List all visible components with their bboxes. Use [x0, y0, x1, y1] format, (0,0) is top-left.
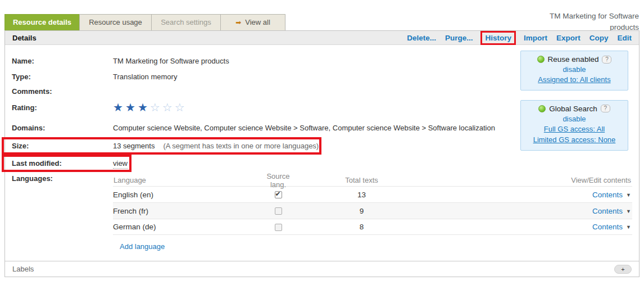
panel-action-disable[interactable]: disable — [523, 115, 625, 123]
panel-action-disable[interactable]: disable — [523, 65, 625, 74]
help-icon[interactable]: ? — [601, 105, 610, 112]
column-header-total-texts: Total texts — [298, 176, 425, 184]
panel-title: Reuse enabled? — [523, 55, 625, 64]
language-row-german-de: German (de)8Contents▼ — [113, 219, 632, 235]
action-edit[interactable]: Edit — [618, 34, 632, 42]
total-texts-value: 8 — [298, 223, 425, 231]
action-copy[interactable]: Copy — [589, 34, 609, 42]
field-label: Name: — [12, 56, 113, 66]
language-name: German (de) — [113, 223, 258, 231]
labels-heading: Labels — [12, 265, 34, 273]
field-note: (A segment has texts in one or more lang… — [163, 141, 319, 151]
panel-title-text: Reuse enabled — [548, 55, 599, 64]
column-header-source-lang: Source lang. — [258, 172, 298, 189]
star-empty-icon[interactable]: ☆ — [175, 101, 187, 114]
total-texts-value: 13 — [298, 191, 425, 199]
field-last-modified-highlighted: Last modified: view — [2, 155, 131, 172]
view-edit-cell: Contents▼ — [425, 191, 632, 199]
field-value: Computer science Website, Computer scien… — [113, 123, 495, 133]
rating-stars: ★★★☆☆☆ — [113, 103, 187, 114]
source-lang-cell — [258, 223, 298, 231]
tab-search-settings[interactable]: Search settings — [151, 14, 221, 31]
view-last-modified-link[interactable]: view — [113, 159, 128, 169]
panel-link-limited-gs-access-none[interactable]: Limited GS access: None — [523, 135, 625, 146]
green-status-icon — [538, 105, 546, 112]
chevron-down-icon[interactable]: ▼ — [626, 224, 631, 230]
field-label: Size: — [12, 141, 113, 151]
column-header-language: Language — [113, 176, 258, 184]
panel-link-full-gs-access-all[interactable]: Full GS access: All — [523, 124, 625, 135]
field-label: Domains: — [12, 123, 113, 133]
field-label: Languages: — [12, 174, 113, 235]
panel-reuse-enabled: Reuse enabled?disableAssigned to: All cl… — [520, 51, 628, 91]
action-history[interactable]: History — [480, 31, 516, 45]
panel-title-text: Global Search — [549, 105, 597, 113]
view-edit-cell: Contents▼ — [425, 207, 632, 215]
action-purge[interactable]: Purge... — [445, 34, 473, 42]
source-lang-checkbox[interactable] — [275, 191, 282, 198]
tab-resource-usage[interactable]: Resource usage — [79, 14, 152, 31]
tab-label: Resource usage — [89, 18, 142, 26]
field-size-highlighted: Size: 13 segments (A segment has texts i… — [2, 137, 321, 155]
panel-global-search: Global Search?disableFull GS access: All… — [520, 100, 628, 151]
details-header-bar: Details Delete...Purge...HistoryImportEx… — [5, 31, 639, 45]
view-edit-cell: Contents▼ — [425, 223, 632, 231]
action-delete[interactable]: Delete... — [407, 34, 436, 42]
source-lang-checkbox[interactable] — [275, 224, 282, 231]
arrow-right-icon: ➡ — [235, 19, 241, 26]
field-label: Last modified: — [12, 159, 113, 168]
tab-label: Resource details — [13, 18, 71, 26]
contents-link[interactable]: Contents — [592, 223, 623, 231]
source-lang-cell — [258, 191, 298, 199]
tab-resource-details[interactable]: Resource details — [4, 14, 80, 31]
total-texts-value: 9 — [298, 207, 425, 215]
side-panels: Reuse enabled?disableAssigned to: All cl… — [520, 51, 628, 151]
contents-link[interactable]: Contents — [592, 191, 623, 199]
star-empty-icon[interactable]: ☆ — [162, 101, 175, 114]
languages-table-body: English (en)13Contents▼French (fr)9Conte… — [113, 186, 632, 235]
languages-section: Languages: Language Source lang. Total t… — [12, 174, 632, 235]
language-name: French (fr) — [113, 207, 258, 215]
field-label: Type: — [12, 72, 113, 82]
tab-bar: Resource detailsResource usageSearch set… — [4, 14, 285, 31]
star-filled-icon[interactable]: ★ — [125, 101, 138, 114]
languages-table-header: Language Source lang. Total texts View/E… — [113, 174, 632, 186]
green-status-icon — [537, 56, 545, 63]
add-language-link[interactable]: Add language — [120, 242, 165, 251]
source-lang-checkbox[interactable] — [275, 207, 282, 215]
action-export[interactable]: Export — [556, 34, 580, 42]
tab-label: Search settings — [161, 18, 211, 26]
page-title: TM Marketing for Software products — [535, 11, 639, 33]
field-value: TM Marketing for Software products — [113, 56, 229, 66]
language-row-french-fr: French (fr)9Contents▼ — [113, 202, 632, 219]
language-name: English (en) — [113, 191, 258, 199]
help-icon[interactable]: ? — [602, 56, 611, 64]
panel-link-assigned-to-all-clients[interactable]: Assigned to: All clients — [523, 75, 625, 85]
tab-view-all[interactable]: ➡View all — [220, 14, 285, 31]
chevron-down-icon[interactable]: ▼ — [626, 192, 631, 198]
contents-link[interactable]: Contents — [592, 207, 623, 215]
field-value: Translation memory — [113, 72, 177, 82]
source-lang-cell — [258, 207, 298, 215]
resource-details-panel: Details Delete...Purge...HistoryImportEx… — [4, 30, 640, 277]
labels-section: Labels + — [5, 261, 639, 277]
field-label: Rating: — [12, 103, 113, 112]
field-value: 13 segments — [113, 141, 155, 151]
add-label-button[interactable]: + — [614, 265, 632, 274]
column-header-view-edit-contents: View/Edit contents — [425, 176, 632, 184]
tab-label: View all — [245, 18, 270, 26]
action-import[interactable]: Import — [524, 34, 547, 42]
star-empty-icon[interactable]: ☆ — [150, 101, 162, 114]
chevron-down-icon[interactable]: ▼ — [626, 209, 631, 214]
details-actions: Delete...Purge...HistoryImportExportCopy… — [407, 34, 632, 42]
language-row-english-en: English (en)13Contents▼ — [113, 186, 632, 202]
star-filled-icon[interactable]: ★ — [113, 101, 125, 114]
star-filled-icon[interactable]: ★ — [138, 101, 150, 114]
languages-table: Language Source lang. Total texts View/E… — [113, 174, 632, 235]
field-label: Comments: — [12, 87, 113, 96]
panel-title: Global Search? — [523, 105, 625, 113]
details-heading: Details — [12, 34, 37, 42]
